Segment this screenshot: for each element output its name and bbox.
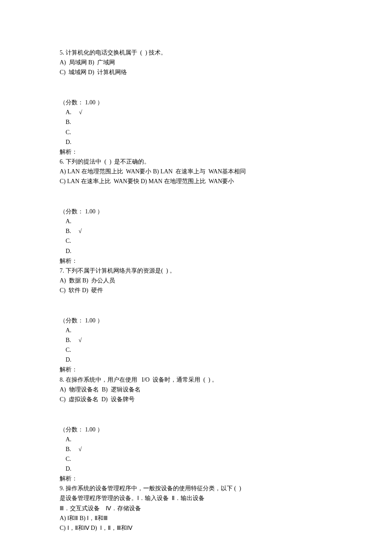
question-options-line: C) Ⅰ，Ⅱ和Ⅳ D) Ⅰ，Ⅱ，Ⅲ和Ⅳ: [60, 523, 332, 533]
answer-choice: D.: [60, 355, 332, 365]
question-stem-line: Ⅲ．交互式设备 Ⅳ．存储设备: [60, 503, 332, 513]
answer-choice: B. √: [60, 335, 332, 345]
score-label: （分数： 1.00 ）: [60, 316, 332, 325]
question-stem: 9. 操作系统的设备管理程序中，一般按设备的使用特征分类，以下 ( ): [60, 483, 332, 493]
question-options-line: C) 虚拟设备名 D) 设备牌号: [60, 394, 332, 404]
question-options-line: A) 数据 B) 办公人员: [60, 276, 332, 285]
question-options-line: A) LAN 在地理范围上比 WAN要小 B) LAN 在速率上与 WAN基本相…: [60, 167, 332, 176]
answer-choice: A.: [60, 216, 332, 226]
document-page: 5. 计算机化的电话交换机属于 ( ) 技术。 A) 局域网 B) 广域网 C)…: [0, 0, 392, 555]
explanation-label: 解析：: [60, 474, 332, 483]
question-options-line: A) 物理设备名 B) 逻辑设备名: [60, 385, 332, 394]
question-stem-line: 是设备管理程序管理的设备。Ⅰ．输入设备 Ⅱ．输出设备: [60, 493, 332, 503]
answer-choice: C.: [60, 454, 332, 464]
question-options-line: A) Ⅰ和Ⅱ B) Ⅰ，Ⅱ和Ⅲ: [60, 513, 332, 523]
answer-choice: A.: [60, 434, 332, 444]
question-options-line: C) LAN 在速率上比 WAN要快 D) MAN 在地理范围上比 WAN要小: [60, 176, 332, 186]
score-label: （分数： 1.00 ）: [60, 425, 332, 434]
explanation-label: 解析：: [60, 365, 332, 374]
score-label: （分数： 1.00 ）: [60, 207, 332, 216]
question-stem: 7. 下列不属于计算机网络共享的资源是( ) 。: [60, 266, 332, 276]
answer-choice: C.: [60, 345, 332, 355]
explanation-label: 解析：: [60, 256, 332, 266]
answer-choice: B. √: [60, 226, 332, 236]
answer-choice: A. √: [60, 107, 332, 117]
question-stem: 5. 计算机化的电话交换机属于 ( ) 技术。: [60, 48, 332, 58]
check-mark-icon: √: [78, 228, 82, 234]
answer-choice: B. √: [60, 444, 332, 454]
check-mark-icon: √: [78, 446, 82, 452]
question-options-line: C) 城域网 D) 计算机网络: [60, 67, 332, 77]
check-mark-icon: √: [78, 337, 82, 343]
explanation-label: 解析：: [60, 147, 332, 157]
check-mark-icon: √: [79, 109, 82, 115]
answer-choice: C.: [60, 236, 332, 246]
question-options-line: C) 软件 D) 硬件: [60, 285, 332, 295]
answer-choice: C.: [60, 127, 332, 137]
answer-choice: D.: [60, 246, 332, 256]
score-label: （分数： 1.00 ）: [60, 98, 332, 107]
answer-choice: B.: [60, 117, 332, 127]
question-options-line: A) 局域网 B) 广域网: [60, 58, 332, 67]
answer-choice: D.: [60, 464, 332, 474]
answer-choice: D.: [60, 137, 332, 147]
question-stem: 8. 在操作系统中，用户在使用 I/O 设备时，通常采用 ( ) 。: [60, 375, 332, 385]
answer-choice: A.: [60, 325, 332, 335]
question-stem: 6. 下列的提法中 ( ) 是不正确的。: [60, 157, 332, 167]
